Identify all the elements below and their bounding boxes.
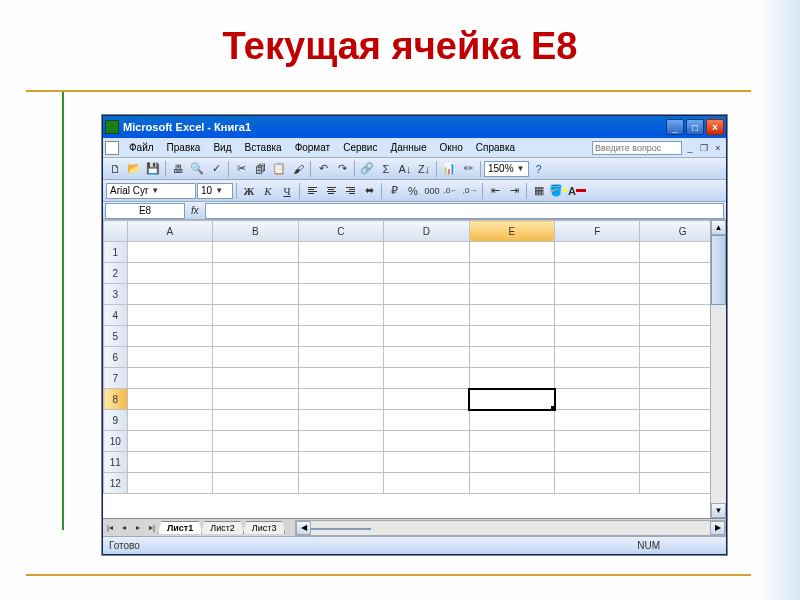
menu-data[interactable]: Данные	[384, 140, 432, 155]
cell-A10[interactable]	[127, 431, 212, 452]
fill-color-icon[interactable]: 🪣	[549, 182, 567, 200]
row-header-8[interactable]: 8	[104, 389, 128, 410]
row-header-10[interactable]: 10	[104, 431, 128, 452]
vertical-scroll-thumb[interactable]	[711, 235, 726, 305]
scroll-down-arrow-icon[interactable]: ▼	[711, 503, 726, 518]
row-header-6[interactable]: 6	[104, 347, 128, 368]
cell-C3[interactable]	[298, 284, 383, 305]
cell-C9[interactable]	[298, 410, 383, 431]
autosum-icon[interactable]: Σ	[377, 160, 395, 178]
new-file-icon[interactable]: 🗋	[106, 160, 124, 178]
align-right-icon[interactable]	[341, 182, 359, 200]
fx-label[interactable]: fx	[185, 205, 205, 216]
font-color-icon[interactable]: A	[568, 182, 586, 200]
minimize-button[interactable]: _	[666, 119, 684, 135]
mdi-minimize-button[interactable]: _	[684, 142, 696, 154]
decrease-indent-icon[interactable]: ⇤	[486, 182, 504, 200]
cell-A8[interactable]	[127, 389, 212, 410]
merge-center-icon[interactable]: ⬌	[360, 182, 378, 200]
close-button[interactable]: ×	[706, 119, 724, 135]
row-header-9[interactable]: 9	[104, 410, 128, 431]
cell-E1[interactable]	[469, 242, 554, 263]
sheet-tab-1[interactable]: Лист1	[158, 521, 202, 534]
menu-view[interactable]: Вид	[207, 140, 237, 155]
tab-nav-first-icon[interactable]: |◂	[103, 520, 117, 536]
menu-edit[interactable]: Правка	[161, 140, 207, 155]
save-icon[interactable]: 💾	[144, 160, 162, 178]
formula-input[interactable]	[205, 203, 724, 219]
zoom-combo[interactable]: 150%▼	[484, 161, 529, 177]
vertical-scrollbar[interactable]: ▲ ▼	[710, 220, 726, 518]
select-all-corner[interactable]	[104, 221, 128, 242]
cell-A6[interactable]	[127, 347, 212, 368]
cell-D3[interactable]	[384, 284, 469, 305]
cell-B4[interactable]	[213, 305, 298, 326]
font-name-combo[interactable]: Arial Cyr▼	[106, 183, 196, 199]
scroll-up-arrow-icon[interactable]: ▲	[711, 220, 726, 235]
cell-A11[interactable]	[127, 452, 212, 473]
copy-icon[interactable]: 🗐	[251, 160, 269, 178]
row-header-7[interactable]: 7	[104, 368, 128, 389]
tab-nav-next-icon[interactable]: ▸	[131, 520, 145, 536]
decrease-decimal-icon[interactable]: ,0→	[461, 182, 479, 200]
help-icon[interactable]: ?	[530, 160, 548, 178]
cell-F8[interactable]	[555, 389, 640, 410]
horizontal-scroll-thumb[interactable]	[311, 528, 371, 530]
cell-B7[interactable]	[213, 368, 298, 389]
align-left-icon[interactable]	[303, 182, 321, 200]
column-header-A[interactable]: A	[127, 221, 212, 242]
menu-tools[interactable]: Сервис	[337, 140, 383, 155]
cell-A9[interactable]	[127, 410, 212, 431]
row-header-4[interactable]: 4	[104, 305, 128, 326]
mdi-close-button[interactable]: ×	[712, 142, 724, 154]
tab-nav-last-icon[interactable]: ▸|	[145, 520, 159, 536]
cell-E8[interactable]	[469, 389, 554, 410]
cell-C1[interactable]	[298, 242, 383, 263]
italic-button[interactable]: К	[259, 182, 277, 200]
sheet-tab-3[interactable]: Лист3	[243, 521, 286, 534]
column-header-C[interactable]: C	[298, 221, 383, 242]
cell-E7[interactable]	[469, 368, 554, 389]
cell-D7[interactable]	[384, 368, 469, 389]
print-icon[interactable]: 🖶	[169, 160, 187, 178]
cell-C12[interactable]	[298, 473, 383, 494]
cell-A12[interactable]	[127, 473, 212, 494]
cell-A4[interactable]	[127, 305, 212, 326]
undo-icon[interactable]: ↶	[314, 160, 332, 178]
open-file-icon[interactable]: 📂	[125, 160, 143, 178]
cell-F10[interactable]	[555, 431, 640, 452]
cell-B8[interactable]	[213, 389, 298, 410]
cell-E3[interactable]	[469, 284, 554, 305]
cell-B10[interactable]	[213, 431, 298, 452]
cell-D4[interactable]	[384, 305, 469, 326]
mdi-restore-button[interactable]: ❐	[698, 142, 710, 154]
row-header-2[interactable]: 2	[104, 263, 128, 284]
cell-E9[interactable]	[469, 410, 554, 431]
menu-format[interactable]: Формат	[289, 140, 337, 155]
cell-B5[interactable]	[213, 326, 298, 347]
scroll-left-arrow-icon[interactable]: ◀	[296, 521, 311, 535]
menu-help[interactable]: Справка	[470, 140, 521, 155]
row-header-11[interactable]: 11	[104, 452, 128, 473]
cell-F7[interactable]	[555, 368, 640, 389]
cell-A2[interactable]	[127, 263, 212, 284]
cell-D1[interactable]	[384, 242, 469, 263]
cell-F9[interactable]	[555, 410, 640, 431]
menu-window[interactable]: Окно	[434, 140, 469, 155]
horizontal-scrollbar[interactable]: ◀ ▶	[295, 520, 726, 536]
cell-F6[interactable]	[555, 347, 640, 368]
comma-style-icon[interactable]: 000	[423, 182, 441, 200]
cell-F3[interactable]	[555, 284, 640, 305]
spellcheck-icon[interactable]: ✓	[207, 160, 225, 178]
cell-A1[interactable]	[127, 242, 212, 263]
sheet-tab-2[interactable]: Лист2	[201, 521, 244, 534]
cell-E6[interactable]	[469, 347, 554, 368]
tab-nav-prev-icon[interactable]: ◂	[117, 520, 131, 536]
cell-C2[interactable]	[298, 263, 383, 284]
sort-desc-icon[interactable]: Z↓	[415, 160, 433, 178]
cell-F2[interactable]	[555, 263, 640, 284]
underline-button[interactable]: Ч	[278, 182, 296, 200]
cell-B1[interactable]	[213, 242, 298, 263]
print-preview-icon[interactable]: 🔍	[188, 160, 206, 178]
cell-B6[interactable]	[213, 347, 298, 368]
